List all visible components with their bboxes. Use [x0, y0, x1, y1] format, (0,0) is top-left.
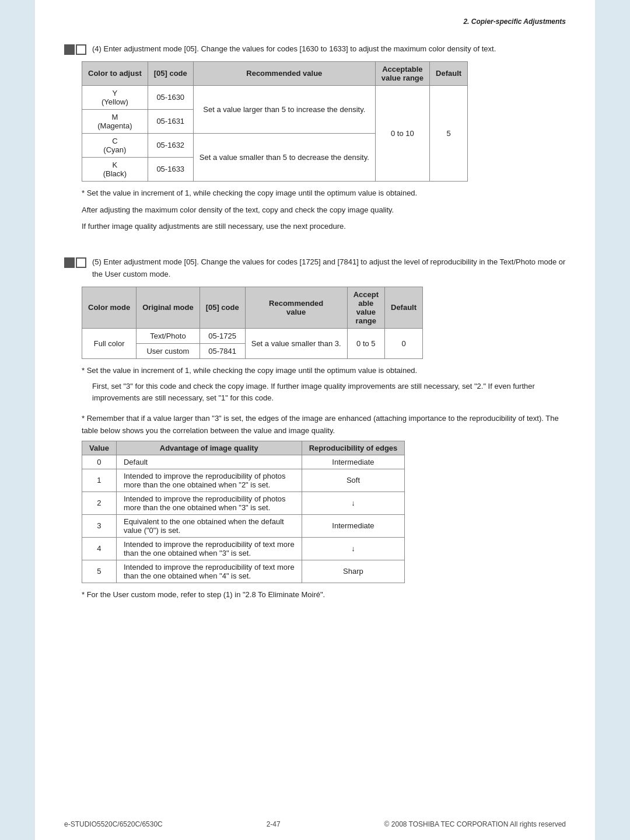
color-yellow: Y(Yellow): [82, 85, 148, 109]
color-magenta: M(Magenta): [82, 109, 148, 133]
table-row: 2 Intended to improve the reproducibilit…: [82, 492, 405, 514]
full-color: Full color: [82, 328, 136, 358]
repro-1: Soft: [302, 469, 405, 492]
adv-3: Equivalent to the one obtained when the …: [116, 514, 302, 537]
footer-product: e-STUDIO5520C/6520C/6530C: [64, 820, 163, 828]
adv-0: Default: [116, 455, 302, 469]
section-4-table: Color to adjust [05] code Recommended va…: [82, 61, 468, 182]
th-05-code-5: [05] code: [200, 287, 245, 328]
th-recommended-5: Recommendedvalue: [245, 287, 347, 328]
table-row: 1 Intended to improve the reproducibilit…: [82, 469, 405, 492]
val-4: 4: [82, 537, 117, 560]
table-row: Y(Yellow) 05-1630 Set a value larger tha…: [82, 85, 468, 109]
table-row: 5 Intended to improve the reproducibilit…: [82, 560, 405, 583]
default-0: 0: [385, 328, 423, 358]
recommended-increase: Set a value larger than 5 to increase th…: [193, 85, 375, 133]
chapter-title: 2. Copier-specific Adjustments: [463, 18, 566, 26]
val-2: 2: [82, 492, 117, 514]
text-photo: Text/Photo: [136, 328, 200, 343]
th-default: Default: [430, 61, 468, 85]
code-1633: 05-1633: [148, 157, 193, 181]
th-value: Value: [82, 441, 117, 455]
section-4-para1: After adjusting the maximum color densit…: [82, 204, 566, 217]
repro-4: ↓: [302, 537, 405, 560]
th-accept-range-5: Acceptablevaluerange: [347, 287, 384, 328]
code-1725: 05-1725: [200, 328, 245, 343]
section-5-step: (5): [92, 257, 102, 266]
icon-filled-1: [64, 44, 75, 55]
page-footer: e-STUDIO5520C/6520C/6530C 2-47 © 2008 TO…: [35, 820, 595, 828]
th-original-mode: Original mode: [136, 287, 200, 328]
icon-outline-1: [76, 44, 86, 55]
section-4-note1: Set the value in increment of 1, while c…: [82, 187, 566, 200]
adv-2: Intended to improve the reproducibility …: [116, 492, 302, 514]
user-custom: User custom: [136, 343, 200, 358]
section-5-value-table: Value Advantage of image quality Reprodu…: [82, 441, 405, 583]
page: 2. Copier-specific Adjustments (4) Enter…: [35, 0, 595, 840]
th-recommended-value: Recommended value: [193, 61, 375, 85]
th-repro: Reproducibility of edges: [302, 441, 405, 455]
range-0-10: 0 to 10: [375, 85, 429, 181]
color-cyan: C(Cyan): [82, 133, 148, 157]
section-5-intro: Enter adjustment mode [05]. Change the v…: [92, 257, 565, 278]
val-1: 1: [82, 469, 117, 492]
section-5-note1: Set the value in increment of 1, while c…: [82, 365, 566, 377]
section-4-text: (4) Enter adjustment mode [05]. Change t…: [92, 43, 496, 55]
section-5-note3: For the User custom mode, refer to step …: [82, 589, 566, 601]
table-row: 3 Equivalent to the one obtained when th…: [82, 514, 405, 537]
section-4-step: (4): [92, 44, 102, 53]
section-4: (4) Enter adjustment mode [05]. Change t…: [64, 43, 566, 233]
recommended-decrease: Set a value smaller than 5 to decrease t…: [193, 133, 375, 181]
repro-2: ↓: [302, 492, 405, 514]
page-header: 2. Copier-specific Adjustments: [64, 18, 566, 26]
code-1630: 05-1630: [148, 85, 193, 109]
default-5: 5: [430, 85, 468, 181]
adv-4: Intended to improve the reproducibility …: [116, 537, 302, 560]
icon-filled-2: [64, 257, 75, 268]
th-color-adjust: Color to adjust: [82, 61, 148, 85]
section-5-header: (5) Enter adjustment mode [05]. Change t…: [64, 256, 566, 281]
icon-block-4: [64, 44, 86, 55]
section-5-note2: Remember that if a value larger than "3"…: [82, 413, 566, 437]
code-1631: 05-1631: [148, 109, 193, 133]
val-0: 0: [82, 455, 117, 469]
repro-0: Intermediate: [302, 455, 405, 469]
th-default-5: Default: [385, 287, 423, 328]
adv-1: Intended to improve the reproducibility …: [116, 469, 302, 492]
repro-3: Intermediate: [302, 514, 405, 537]
icon-outline-2: [76, 257, 86, 268]
recommended-smaller-3: Set a value smaller than 3.: [245, 328, 347, 358]
section-5: (5) Enter adjustment mode [05]. Change t…: [64, 256, 566, 601]
repro-5: Sharp: [302, 560, 405, 583]
th-color-mode: Color mode: [82, 287, 136, 328]
th-05-code: [05] code: [148, 61, 193, 85]
table-row: 0 Default Intermediate: [82, 455, 405, 469]
section-4-header: (4) Enter adjustment mode [05]. Change t…: [64, 43, 566, 55]
section-5-text: (5) Enter adjustment mode [05]. Change t…: [92, 256, 566, 281]
section-5-table: Color mode Original mode [05] code Recom…: [82, 287, 423, 359]
section-4-para2: If further image quality adjustments are…: [82, 221, 566, 233]
code-1632: 05-1632: [148, 133, 193, 157]
range-0-5: 0 to 5: [347, 328, 384, 358]
val-5: 5: [82, 560, 117, 583]
th-advantage: Advantage of image quality: [116, 441, 302, 455]
color-black: K(Black): [82, 157, 148, 181]
table-row: 4 Intended to improve the reproducibilit…: [82, 537, 405, 560]
section-5-note1b: First, set "3" for this code and check t…: [92, 381, 566, 405]
table-row: Full color Text/Photo 05-1725 Set a valu…: [82, 328, 423, 343]
icon-block-5: [64, 257, 86, 268]
footer-page: 2-47: [267, 820, 281, 828]
code-7841: 05-7841: [200, 343, 245, 358]
adv-5: Intended to improve the reproducibility …: [116, 560, 302, 583]
footer-copyright: © 2008 TOSHIBA TEC CORPORATION All right…: [384, 820, 566, 828]
val-3: 3: [82, 514, 117, 537]
section-4-intro: Enter adjustment mode [05]. Change the v…: [104, 44, 496, 53]
th-acceptable-range: Acceptablevalue range: [375, 61, 429, 85]
